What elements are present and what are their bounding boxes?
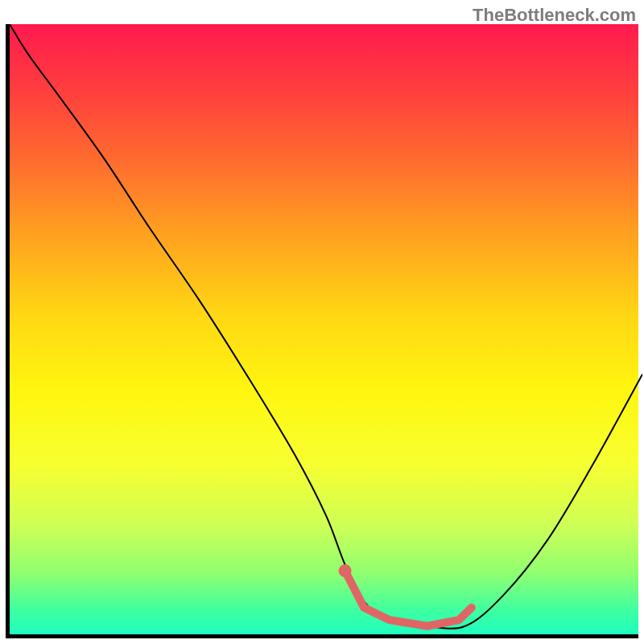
curve-svg <box>10 24 642 638</box>
bottleneck-curve <box>10 24 642 629</box>
highlight-dot <box>339 564 352 577</box>
plot-area <box>6 24 638 638</box>
chart-container: TheBottleneck.com <box>0 0 644 644</box>
watermark-text: TheBottleneck.com <box>473 5 636 26</box>
highlight-segment <box>345 571 472 626</box>
